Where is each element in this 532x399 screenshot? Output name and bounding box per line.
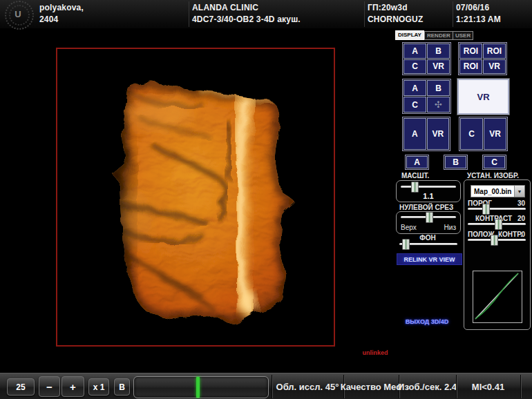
tab-user[interactable]: USER	[453, 31, 473, 40]
transfer-curve-plot	[473, 271, 520, 321]
vendor-logo: U	[3, 1, 33, 28]
single-b-group: B	[444, 155, 468, 170]
layout-a-button[interactable]: A	[403, 118, 426, 150]
roi-vr-button[interactable]: VR	[483, 59, 506, 75]
roi-button[interactable]: ROI	[459, 43, 482, 59]
plus-button[interactable]: +	[61, 376, 84, 397]
scale-slider[interactable]	[401, 186, 456, 188]
layout-vr-button[interactable]: VR	[427, 59, 450, 75]
depth-button[interactable]: 25	[7, 378, 35, 396]
background-slider-thumb[interactable]	[402, 239, 410, 250]
zero-slice-group: Верх Низ	[396, 211, 461, 234]
layout-grid-a-vr: A VR	[402, 117, 450, 151]
quad-view-button[interactable]: ✣	[427, 97, 450, 113]
scale-group: 1.1	[396, 180, 461, 202]
scale-value: 1.1	[397, 192, 460, 200]
chevron-down-icon[interactable]: ▼	[514, 186, 524, 197]
zero-slice-slider[interactable]	[401, 216, 456, 218]
status-divider	[520, 375, 521, 398]
layout-grid-abcvr: A B C VR	[402, 42, 451, 75]
framerate-status: Изоб./сек. 2.4	[399, 373, 456, 399]
exam-time: 1:21:13 AM	[456, 14, 501, 24]
cine-scrollbar[interactable]	[133, 376, 269, 398]
single-c-group: C	[482, 155, 506, 170]
single-b-button[interactable]: B	[445, 156, 466, 168]
ultrasound-app: U polyakova, 2404 ALANDA CLINIC 4DC7-3/4…	[0, 0, 532, 399]
contrast-slider-thumb[interactable]	[495, 219, 502, 230]
layout-grid-quad: A B C ✣	[402, 79, 451, 114]
single-a-button[interactable]: A	[406, 156, 428, 168]
threshold-slider-thumb[interactable]	[482, 204, 490, 215]
cine-position-marker[interactable]	[196, 377, 200, 398]
single-a-group: A	[405, 155, 429, 170]
exit-3d4d-button[interactable]: ВЫХОД 3D/4D	[403, 318, 450, 325]
layout-c-button[interactable]: C	[460, 118, 483, 150]
status-bar: 25 − + x 1 B Обл. иссл. 45° Качество Med…	[0, 373, 532, 399]
quad-view-icon: ✣	[435, 99, 442, 110]
b-mode-button[interactable]: B	[114, 378, 130, 396]
vr-fullscreen-button-selected[interactable]: VR	[457, 79, 509, 115]
zero-slice-top-label: Верх	[401, 224, 417, 231]
contrast-slider[interactable]	[468, 223, 526, 225]
clinic-name: ALANDA CLINIC	[192, 3, 258, 12]
header-divider	[364, 1, 365, 27]
logo-letter: U	[15, 9, 21, 19]
layout-a-button[interactable]: A	[403, 80, 426, 96]
contrast-value: 20	[504, 215, 525, 222]
layout-c-button[interactable]: C	[403, 97, 426, 113]
pos-contrast-slider-thumb[interactable]	[491, 235, 498, 246]
threshold-slider[interactable]	[468, 208, 526, 210]
transfer-curve-display	[473, 271, 522, 323]
zero-slice-slider-thumb[interactable]	[426, 212, 433, 223]
exam-date: 07/06/16	[456, 3, 489, 12]
unlinked-status: unlinked	[354, 349, 396, 356]
mi-status: MI<0.41	[456, 373, 520, 399]
pos-contrast-value: 0	[511, 231, 525, 238]
roi-button[interactable]: ROI	[483, 43, 506, 59]
layout-a-button[interactable]: A	[403, 43, 426, 59]
layout-grid-c-vr: C VR	[459, 117, 508, 151]
quality-status: Качество Med	[343, 373, 399, 399]
minus-button[interactable]: −	[39, 376, 60, 397]
layout-vr-button[interactable]: VR	[484, 118, 506, 150]
patient-id: 2404	[39, 14, 59, 24]
layout-vr-button[interactable]: VR	[427, 118, 450, 150]
zoom-factor-button[interactable]: x 1	[88, 378, 109, 396]
scale-slider-thumb[interactable]	[411, 182, 419, 193]
layout-b-button[interactable]: B	[427, 80, 450, 96]
roi-button[interactable]: ROI	[459, 59, 482, 75]
layout-b-button[interactable]: B	[427, 43, 450, 59]
gestational-age: ГП:20w3d	[368, 3, 408, 12]
map-file-value: Map_00.bin	[471, 188, 514, 195]
scan-area-status: Обл. иссл. 45°	[272, 373, 343, 399]
single-c-button[interactable]: C	[484, 156, 505, 168]
zero-slice-bottom-label: Низ	[444, 224, 456, 231]
threshold-value: 30	[504, 200, 525, 207]
scale-label: МАСШТ.	[401, 172, 429, 179]
pos-contrast-slider[interactable]	[468, 239, 526, 241]
tab-render[interactable]: RENDER	[424, 31, 453, 40]
patient-name: polyakova,	[39, 3, 84, 12]
header-divider	[453, 1, 453, 27]
probe-preset: 4DC7-3/40-OB2 3-4D акуш.	[192, 14, 301, 24]
tab-display[interactable]: DISPLAY	[395, 30, 424, 40]
relink-vr-view-button[interactable]: RELINK VR VIEW	[397, 253, 462, 265]
map-file-dropdown[interactable]: Map_00.bin ▼	[471, 185, 525, 197]
zero-slice-label: НУЛЕВОЙ СРЕЗ	[399, 204, 453, 211]
operator-name: CHORNOGUZ	[368, 14, 423, 24]
background-slider[interactable]	[399, 243, 457, 245]
layout-c-button[interactable]: C	[403, 59, 426, 75]
header-divider	[189, 1, 189, 27]
layout-grid-roi: ROI ROI ROI VR	[458, 42, 507, 75]
header-bar: U polyakova, 2404 ALANDA CLINIC 4DC7-3/4…	[0, 0, 532, 29]
roi-border	[56, 48, 335, 347]
image-setup-label: УСТАН. ИЗОБР.	[467, 172, 519, 179]
